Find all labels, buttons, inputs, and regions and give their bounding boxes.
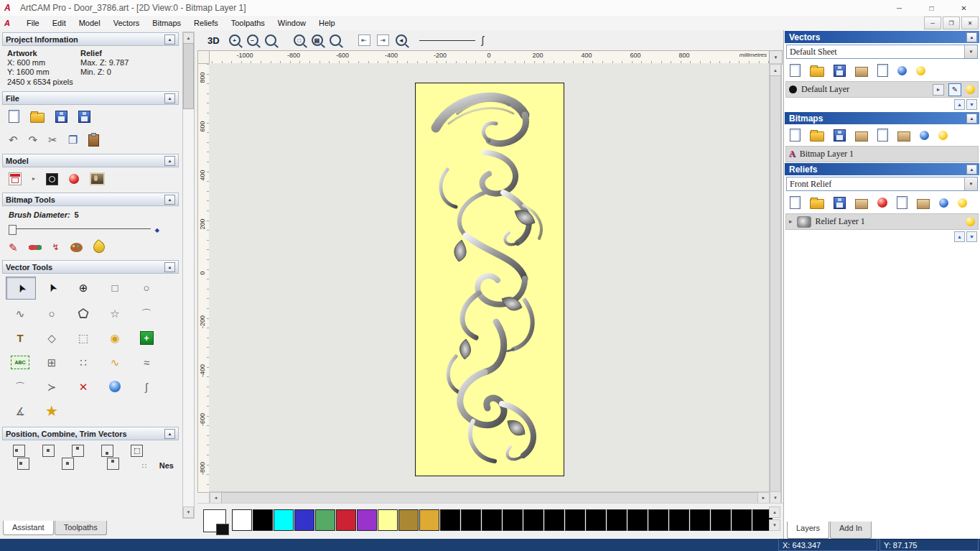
collapse-reliefs-button[interactable]: ▲	[966, 165, 977, 175]
save-vector-layer-icon[interactable]	[834, 65, 846, 77]
mdi-restore-button[interactable]: ❐	[943, 17, 960, 29]
bitmap-layer-name[interactable]: Bitmap Layer 1	[800, 149, 854, 159]
menu-bitmaps[interactable]: Bitmaps	[146, 17, 187, 29]
create-text-tool[interactable]: T	[6, 327, 34, 348]
relief-layer-visibility-icon[interactable]	[966, 217, 975, 226]
palette-scroll-down-button[interactable]: ▼	[769, 519, 780, 531]
vertical-scrollbar[interactable]: ▲ ▼	[769, 63, 782, 504]
nest-tool-label[interactable]: Nes	[159, 461, 174, 470]
minimize-button[interactable]: ─	[883, 0, 915, 16]
layer-visibility-icon[interactable]	[966, 85, 975, 94]
palette-swatch-13[interactable]	[503, 509, 523, 531]
colour-blend-icon[interactable]	[29, 244, 42, 251]
palette-swatch-17[interactable]	[586, 509, 606, 531]
palette-swatch-10[interactable]	[440, 509, 460, 531]
relief-tools-icon[interactable]	[877, 198, 887, 208]
collapse-model-button[interactable]: ▲	[164, 156, 175, 166]
model-size-flyout-icon[interactable]: ▸	[32, 176, 35, 182]
menu-model[interactable]: Model	[73, 17, 107, 29]
merge-relief-layers-icon[interactable]	[855, 199, 868, 209]
menu-edit[interactable]: Edit	[46, 17, 73, 29]
text-in-box-tool[interactable]: ABC	[6, 351, 34, 373]
create-polyline-tool[interactable]: ∿	[6, 302, 34, 324]
select-vectors-tool[interactable]: ➤	[6, 277, 36, 300]
scroll-down-button[interactable]: ▼	[183, 506, 194, 518]
save-relief-layer-icon[interactable]	[834, 197, 846, 209]
pick-curve-tool[interactable]: ʃ	[132, 376, 161, 397]
set-model-size-icon[interactable]	[9, 172, 22, 185]
bitmap-layer-row[interactable]: A Bitmap Layer 1	[785, 146, 979, 162]
scroll-up-button[interactable]: ▲	[770, 64, 781, 76]
tab-layers[interactable]: Layers	[787, 522, 829, 539]
snap-left-icon[interactable]: ⇤	[358, 34, 370, 46]
dotted-polygon-tool[interactable]: ⬚	[69, 327, 98, 348]
menu-reliefs[interactable]: Reliefs	[187, 17, 225, 29]
menu-window[interactable]: Window	[271, 17, 312, 29]
new-bitmap-layer-icon[interactable]	[790, 129, 801, 142]
palette-swatch-24[interactable]	[732, 509, 752, 531]
create-ellipse-tool[interactable]: ○	[132, 277, 161, 298]
palette-swatch-8[interactable]	[398, 509, 419, 531]
collapse-vector-tools-button[interactable]: ▲	[164, 262, 175, 272]
mirror-tool[interactable]	[17, 458, 29, 470]
primary-secondary-colour-indicator[interactable]	[203, 509, 226, 532]
h-scrollbar-thumb[interactable]	[221, 492, 758, 504]
drawing-canvas[interactable]	[209, 63, 769, 491]
relief-layer-row[interactable]: ▸ Relief Layer 1	[785, 213, 979, 230]
open-bitmap-layer-icon[interactable]	[810, 131, 824, 142]
create-arc-tool[interactable]: ⌒	[132, 302, 161, 324]
zoom-page-icon[interactable]: ▤	[312, 34, 323, 46]
zoom-previous-icon[interactable]	[265, 34, 276, 46]
collapse-position-button[interactable]: ▲	[164, 429, 175, 439]
align-left-tool[interactable]	[13, 445, 25, 457]
merge-vector-layers-icon[interactable]	[855, 67, 868, 77]
snap-right-icon[interactable]: ⇥	[377, 34, 389, 46]
assistant-scrollbar[interactable]: ▲ ▼	[182, 32, 195, 519]
palette-swatch-2[interactable]	[274, 509, 294, 531]
move-layer-down-button[interactable]: ▼	[966, 99, 977, 110]
menu-toolpaths[interactable]: Toolpaths	[225, 17, 271, 29]
menu-file[interactable]: File	[20, 17, 46, 29]
align-center-tool[interactable]	[42, 445, 55, 457]
new-vector-layer-icon[interactable]	[790, 64, 801, 77]
align-bottom-tool[interactable]	[101, 445, 113, 457]
create-border-tool[interactable]: ⊞	[37, 351, 66, 373]
palette-swatch-1[interactable]	[253, 509, 273, 531]
open-model-icon[interactable]	[30, 113, 45, 123]
palette-swatch-3[interactable]	[294, 509, 314, 531]
group-tool[interactable]	[62, 458, 74, 470]
relief-layer-expander-icon[interactable]: ▸	[789, 218, 793, 225]
palette-swatch-6[interactable]	[357, 509, 377, 531]
vector-sheet-dropdown[interactable]: Default Sheet ▼	[786, 45, 978, 59]
vector-layer-name[interactable]: Default Layer	[801, 84, 849, 95]
palette-swatch-18[interactable]	[607, 509, 627, 531]
palette-swatch-9[interactable]	[419, 509, 439, 531]
delete-relief-layer-icon[interactable]	[939, 198, 948, 208]
open-vector-layer-icon[interactable]	[810, 67, 824, 77]
create-star-wizard-tool[interactable]: ★	[37, 400, 66, 422]
palette-swatch-23[interactable]	[711, 509, 731, 531]
menu-help[interactable]: Help	[312, 17, 342, 29]
measure-tool[interactable]: ∡	[6, 400, 34, 422]
paste-along-curve-tool[interactable]: ∿	[101, 351, 129, 373]
open-relief-layer-icon[interactable]	[810, 199, 824, 209]
create-polygon-tool[interactable]	[69, 302, 98, 324]
create-rectangle-tool[interactable]: □	[101, 277, 129, 298]
merge-bitmap-layers-icon[interactable]	[855, 131, 868, 142]
transform-vectors-tool[interactable]: ⊕	[69, 277, 98, 298]
palette-scroll-up-button[interactable]: ▲	[769, 506, 780, 518]
brush-diameter-slider[interactable]: ◆	[9, 225, 172, 233]
move-layer-up-button[interactable]: ▲	[954, 99, 965, 110]
palette-swatch-12[interactable]	[482, 509, 502, 531]
palette-swatch-19[interactable]	[627, 509, 648, 531]
palette-scrollbar[interactable]: ▲ ▼	[769, 506, 780, 537]
wave-distort-tool[interactable]: ≈	[132, 351, 161, 373]
center-in-page-tool[interactable]	[131, 445, 143, 457]
create-star-tool[interactable]: ☆	[101, 302, 129, 324]
palette-swatch-16[interactable]	[565, 509, 585, 531]
adjust-model-icon[interactable]	[46, 173, 58, 185]
mdi-minimize-button[interactable]: ─	[924, 17, 941, 29]
palette-swatch-14[interactable]	[523, 509, 543, 531]
delete-bitmap-layer-icon[interactable]	[920, 131, 929, 140]
zoom-box-icon[interactable]: □	[294, 34, 305, 46]
